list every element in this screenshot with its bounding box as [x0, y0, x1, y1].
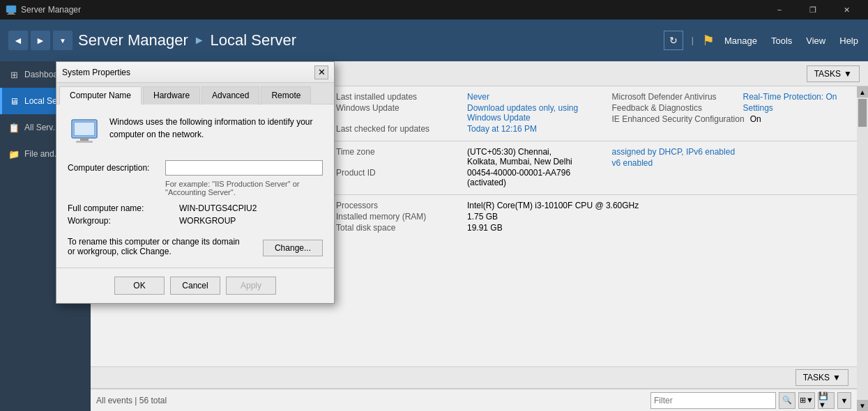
help-menu[interactable]: Help: [838, 33, 860, 49]
tab-computer-name[interactable]: Computer Name: [59, 86, 142, 104]
title-bar-text: Server Manager: [21, 5, 81, 15]
prop-timezone: Time zone (UTC+05:30) Chennai, Kolkata, …: [336, 147, 584, 166]
filter-input[interactable]: [650, 392, 776, 409]
prop-windows-update: Windows Update Download updates only, us…: [336, 103, 584, 123]
flag-icon: ⚑: [702, 32, 715, 49]
prop-product-id: Product ID 00454-40000-00001-AA796 (acti…: [336, 168, 584, 187]
breadcrumb-arrow: ►: [194, 34, 205, 47]
svg-rect-2: [7, 14, 15, 15]
ok-button[interactable]: OK: [114, 277, 165, 295]
dialog-close-button[interactable]: ✕: [314, 65, 328, 79]
workgroup-label: Workgroup:: [68, 216, 179, 226]
dialog-titlebar: System Properties ✕: [56, 62, 334, 83]
workgroup-value: WORKGROUP: [179, 216, 236, 226]
sidebar-all-servers-label: All Serv...: [24, 123, 59, 132]
svg-rect-7: [75, 123, 94, 135]
prop-disk: Total disk space 19.91 GB: [336, 223, 860, 233]
tasks-arrow-icon: ▼: [844, 69, 852, 79]
bottom-tasks-arrow-icon: ▼: [832, 373, 841, 382]
computer-description-input[interactable]: [165, 160, 323, 176]
file-storage-icon: 📁: [8, 148, 20, 160]
full-name-label: Full computer name:: [68, 203, 179, 213]
props-right-1: Last installed updates Never Windows Upd…: [336, 92, 584, 135]
prop-processors: Processors Intel(R) Core(TM) i3-10100F C…: [336, 201, 860, 210]
scrollbar[interactable]: ▲ ▼: [857, 86, 868, 411]
props-hw-right: Processors Intel(R) Core(TM) i3-10100F C…: [336, 201, 860, 234]
description-hint: For example: "IIS Production Server" or …: [165, 180, 323, 196]
props-ip: assigned by DHCP, IPv6 enabled v6 enable…: [612, 147, 860, 189]
tab-remote[interactable]: Remote: [261, 86, 311, 104]
dashboard-icon: ⊞: [8, 68, 20, 81]
scroll-track: [857, 98, 868, 400]
svg-rect-0: [6, 6, 16, 13]
refresh-button[interactable]: ↻: [664, 31, 683, 50]
full-name-row: Full computer name: WIN-DUTGS4CPIU2: [68, 203, 323, 213]
scroll-down-button[interactable]: ▼: [857, 400, 868, 411]
filter-export-button[interactable]: 💾▼: [818, 392, 835, 409]
dialog-body: Windows uses the following information t…: [56, 104, 334, 267]
change-button[interactable]: Change...: [263, 240, 323, 256]
filter-expand-button[interactable]: ▼: [837, 392, 851, 409]
prop-defender: Microsoft Defender Antivirus Real-Time P…: [612, 92, 860, 102]
prop-feedback: Feedback & Diagnostics Settings: [612, 103, 860, 113]
svg-rect-1: [8, 13, 14, 14]
dialog-footer: OK Cancel Apply: [56, 267, 334, 303]
dialog-title: System Properties: [62, 68, 314, 77]
ip2-value[interactable]: v6 enabled: [612, 158, 653, 168]
dialog-info-text: Windows uses the following information t…: [109, 116, 323, 141]
bottom-filter-bar: All events | 56 total 🔍 ⊞▼ 💾▼ ▼: [91, 389, 857, 411]
prop-last-checked: Last checked for updates Today at 12:16 …: [336, 124, 584, 134]
dialog-tabs: Computer Name Hardware Advanced Remote: [56, 83, 334, 104]
scroll-thumb[interactable]: [858, 99, 867, 127]
tab-hardware[interactable]: Hardware: [143, 86, 200, 104]
title-bar: Server Manager − ❐ ✕: [0, 0, 868, 20]
description-label: Computer description:: [68, 163, 165, 173]
apply-button[interactable]: Apply: [226, 277, 276, 295]
filter-search-button[interactable]: 🔍: [779, 392, 795, 409]
header-menu: Manage Tools View Help: [723, 33, 860, 49]
props-right-3: Time zone (UTC+05:30) Chennai, Kolkata, …: [336, 147, 584, 189]
header: ◄ ► ▼ Server Manager ► Local Server ↻ | …: [0, 20, 868, 61]
form-row-description: Computer description:: [68, 160, 323, 176]
svg-rect-5: [80, 138, 89, 141]
app-name: Server Manager: [78, 31, 188, 49]
prop-ip-1: assigned by DHCP, IPv6 enabled: [612, 147, 860, 157]
forward-button[interactable]: ►: [31, 31, 50, 50]
app-icon: [6, 4, 17, 15]
page-name: Local Server: [211, 31, 297, 49]
prop-ie-security: IE Enhanced Security Configuration On: [612, 114, 860, 124]
bottom-area: TASKS ▼ All events | 56 total 🔍 ⊞▼ 💾▼ ▼: [91, 366, 857, 411]
manage-menu[interactable]: Manage: [723, 33, 759, 49]
rename-note: To rename this computer or change its do…: [68, 237, 249, 256]
prop-ip-2: v6 enabled: [612, 158, 860, 168]
all-servers-icon: 📋: [8, 121, 20, 134]
scroll-up-button[interactable]: ▲: [857, 86, 868, 98]
back-button[interactable]: ◄: [8, 31, 28, 50]
bottom-tasks-button[interactable]: TASKS ▼: [795, 369, 848, 386]
svg-rect-6: [76, 141, 93, 143]
cancel-button[interactable]: Cancel: [170, 277, 220, 295]
dropdown-button[interactable]: ▼: [53, 31, 73, 50]
workgroup-row: Workgroup: WORKGROUP: [68, 216, 323, 226]
tools-menu[interactable]: Tools: [770, 33, 793, 49]
prop-ram: Installed memory (RAM) 1.75 GB: [336, 212, 860, 222]
header-right: ↻ | ⚑ Manage Tools View Help: [664, 31, 860, 50]
title-bar-controls: − ❐ ✕: [763, 0, 862, 20]
nav-buttons: ◄ ► ▼: [8, 31, 73, 50]
tasks-button[interactable]: TASKS ▼: [807, 65, 860, 82]
system-properties-dialog: System Properties ✕ Computer Name Hardwa…: [56, 61, 335, 304]
restore-button[interactable]: ❐: [797, 0, 829, 20]
ip1-value[interactable]: assigned by DHCP, IPv6 enabled: [612, 147, 736, 157]
full-name-value: WIN-DUTGS4CPIU2: [179, 203, 257, 213]
local-server-icon: 🖥: [8, 95, 20, 107]
rename-section: To rename this computer or change its do…: [68, 237, 323, 256]
close-button[interactable]: ✕: [830, 0, 862, 20]
minimize-button[interactable]: −: [763, 0, 795, 20]
prop-last-installed: Last installed updates Never: [336, 92, 584, 102]
events-summary: All events | 56 total: [96, 396, 167, 405]
computer-icon: [68, 116, 101, 149]
filter-options-button[interactable]: ⊞▼: [798, 392, 815, 409]
tab-advanced[interactable]: Advanced: [201, 86, 259, 104]
header-title: Server Manager ► Local Server: [78, 31, 296, 49]
view-menu[interactable]: View: [805, 33, 827, 49]
